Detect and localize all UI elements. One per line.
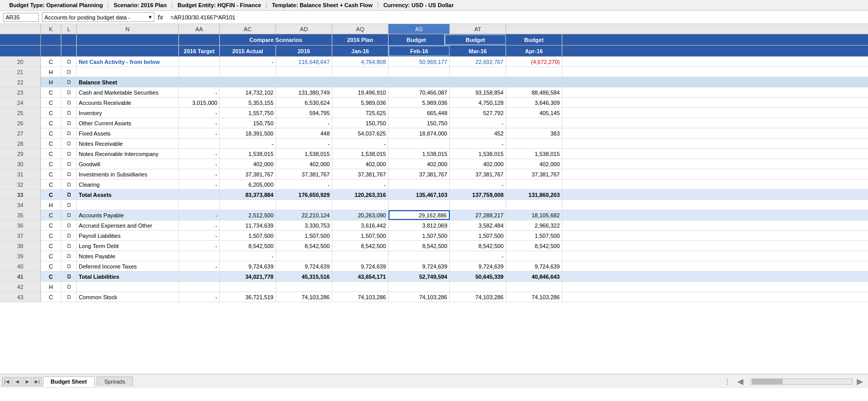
cell-AT[interactable] [450,200,506,210]
cell-AA[interactable]: - [179,210,220,220]
cell-AC[interactable] [220,67,276,77]
cell-AT2[interactable]: 9,724,639 [506,261,562,271]
tab-nav-prev[interactable]: ◀ [12,377,21,386]
cell-AT[interactable]: - [450,251,506,261]
cell-L[interactable]: 🗋 [61,98,77,107]
cell-AQ[interactable]: 9,724,639 [332,261,389,271]
cell-AC[interactable]: 2,512,500 [220,210,276,220]
cell-AA[interactable]: - [179,108,220,118]
cell-AC[interactable]: 6,205,000 [220,180,276,189]
cell-L[interactable]: 🗋 [61,139,77,148]
cell-K[interactable]: C [41,87,61,97]
cell-L[interactable]: 🗋 [61,210,77,220]
cell-L[interactable]: 🗋 [61,77,77,87]
cell-AT2[interactable] [506,77,562,87]
col-header-AA[interactable]: AA [179,24,220,34]
table-row[interactable]: 35C🗋Accounts Payable-2,512,50022,210,124… [0,210,868,220]
cell-AQ[interactable] [332,67,389,77]
cell-AQ[interactable]: 402,000 [332,159,389,169]
tab-budget-sheet[interactable]: Budget Sheet [43,376,95,387]
cell-AT[interactable]: 137,759,008 [450,190,506,199]
cell-AQ[interactable]: 5,989,036 [332,98,389,107]
cell-AA[interactable] [179,190,220,199]
tab-nav-last[interactable]: ▶| [33,377,42,386]
cell-AT2[interactable] [506,139,562,148]
cell-AA[interactable]: 3,015,000 [179,98,220,107]
cell-AC[interactable]: 37,381,767 [220,169,276,179]
cell-AD[interactable]: 402,000 [276,159,332,169]
cell-K[interactable]: C [41,57,61,66]
tab-nav-next[interactable]: ▶ [22,377,32,386]
cell-AQ[interactable]: 54,037,625 [332,128,389,138]
cell-L[interactable]: 🗋 [61,57,77,66]
cell-AS[interactable]: 74,103,286 [389,292,450,302]
cell-L[interactable]: 🗋 [61,108,77,118]
cell-AT2[interactable]: 1,507,500 [506,231,562,240]
cell-K[interactable]: C [41,169,61,179]
cell-K[interactable]: C [41,241,61,251]
cell-AS[interactable] [389,200,450,210]
cell-AS[interactable]: 18,874,000 [389,128,450,138]
cell-AA[interactable] [179,57,220,66]
cell-AQ[interactable]: 43,654,171 [332,272,389,281]
cell-AT2[interactable]: 131,860,203 [506,190,562,199]
cell-K[interactable]: C [41,292,61,302]
formula-content[interactable]: =AR100/30.41667*AR101 [167,13,865,21]
cell-AD[interactable]: - [276,139,332,148]
cell-AA[interactable]: - [179,180,220,189]
cell-AA[interactable] [179,67,220,77]
cell-AC[interactable]: 150,750 [220,118,276,128]
table-row[interactable]: 36C🗋Accrued Expenses and Other-11,734,63… [0,220,868,231]
cell-AQ[interactable]: 4,764,808 [332,57,389,66]
cell-AA[interactable]: - [179,118,220,128]
cell-AT[interactable]: 452 [450,128,506,138]
cell-AC[interactable]: 402,000 [220,159,276,169]
table-row[interactable]: 33C🗋Total Assets83,373,884176,650,929120… [0,190,868,200]
cell-AA[interactable]: - [179,128,220,138]
tab-nav-first[interactable]: |◀ [2,377,11,386]
cell-AC[interactable]: 34,021,778 [220,272,276,281]
cell-AS[interactable]: 8,542,500 [389,241,450,251]
cell-AS[interactable]: 150,750 [389,118,450,128]
table-row[interactable]: 37C🗋Payroll Liabilities-1,507,5001,507,5… [0,231,868,241]
table-row[interactable]: 27C🗋Fixed Assets-18,391,50044854,037,625… [0,128,868,139]
cell-AC[interactable]: 14,732,102 [220,87,276,97]
cell-AT[interactable]: 402,000 [450,159,506,169]
cell-AS[interactable]: 1,538,015 [389,149,450,159]
col-header-AC[interactable]: AC [220,24,276,34]
cell-AT[interactable]: 9,724,639 [450,261,506,271]
cell-AA[interactable] [179,200,220,210]
cell-K[interactable]: C [41,272,61,281]
cell-AT[interactable] [450,77,506,87]
cell-AS[interactable]: 5,989,036 [389,98,450,107]
cell-AT[interactable]: - [450,180,506,189]
cell-AD[interactable] [276,200,332,210]
cell-AD[interactable]: 74,103,286 [276,292,332,302]
cell-AT[interactable] [450,67,506,77]
cell-AT2[interactable]: 1,538,015 [506,149,562,159]
table-row[interactable]: 25C🗋Inventory-1,557,750594,795725,625665… [0,108,868,118]
cell-AD[interactable] [276,77,332,87]
col-header-N[interactable]: N [77,24,179,34]
cell-AD[interactable]: 37,381,767 [276,169,332,179]
cell-K[interactable]: C [41,210,61,220]
cell-K[interactable]: H [41,200,61,210]
cell-AC[interactable]: - [220,57,276,66]
cell-AD[interactable]: 8,542,500 [276,241,332,251]
cell-AT2[interactable] [506,251,562,261]
cell-AC[interactable]: 83,373,884 [220,190,276,199]
cell-AT[interactable]: 1,538,015 [450,149,506,159]
cell-AS[interactable]: 29,162,886 [389,210,450,220]
table-row[interactable]: 32C🗋Clearing-6,205,000--- [0,180,868,190]
col-header-K[interactable]: K [41,24,61,34]
cell-AQ[interactable]: 74,103,286 [332,292,389,302]
cell-AS[interactable] [389,67,450,77]
cell-AQ[interactable]: - [332,180,389,189]
cell-AA[interactable] [179,251,220,261]
cell-AA[interactable] [179,77,220,87]
cell-AT2[interactable]: 40,846,643 [506,272,562,281]
cell-AS[interactable]: 1,507,500 [389,231,450,240]
table-row[interactable]: 22H🗋Balance Sheet [0,77,868,87]
cell-L[interactable]: 🗋 [61,118,77,128]
cell-AA[interactable]: - [179,159,220,169]
